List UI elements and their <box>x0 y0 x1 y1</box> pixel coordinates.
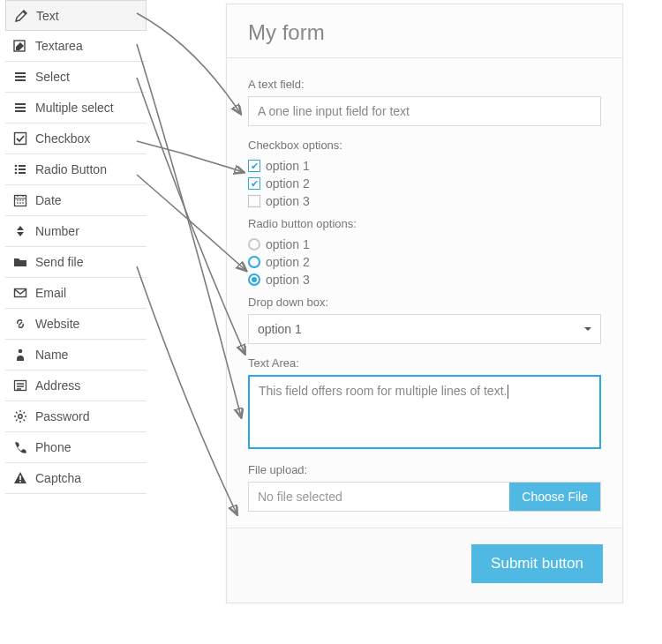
palette-item-website[interactable]: Website <box>5 309 147 340</box>
palette-label: Select <box>35 70 70 84</box>
textarea-label: Text Area: <box>248 356 601 370</box>
form-footer: Submit button <box>227 528 622 603</box>
radio-option[interactable]: option 2 <box>248 253 601 271</box>
phone-icon <box>11 440 30 454</box>
palette-item-text[interactable]: Text <box>5 0 147 31</box>
radio-label: option 2 <box>266 255 310 269</box>
dropdown-label: Drop down box: <box>248 296 601 309</box>
svg-rect-1 <box>15 133 26 145</box>
svg-point-4 <box>15 172 18 175</box>
palette-item-captcha[interactable]: Captcha <box>5 463 147 494</box>
palette-label: Checkbox <box>35 131 90 146</box>
checkbox-group-label: Checkbox options: <box>248 139 601 152</box>
envelope-icon <box>11 286 30 300</box>
text-field-label: A text field: <box>248 78 601 91</box>
radio-icon <box>248 256 260 268</box>
palette-item-date[interactable]: Date <box>5 185 147 216</box>
chevron-down-icon <box>584 327 591 331</box>
form-body: A text field: Checkbox options: option 1… <box>227 58 622 528</box>
palette-item-email[interactable]: Email <box>5 278 147 309</box>
textarea-input[interactable]: This field offers room for multiple line… <box>248 375 601 449</box>
palette-label: Address <box>35 378 80 393</box>
lines-box-icon <box>11 378 30 393</box>
palette-item-address[interactable]: Address <box>5 371 147 401</box>
palette-item-radio[interactable]: Radio Button <box>5 154 147 185</box>
svg-point-9 <box>19 415 22 418</box>
dropdown-select[interactable]: option 1 <box>248 314 601 344</box>
checkbox-option[interactable]: option 1 <box>248 157 601 175</box>
form-preview-panel: My form A text field: Checkbox options: … <box>226 4 623 603</box>
radio-group-label: Radio button options: <box>248 217 601 230</box>
radio-label: option 1 <box>266 237 310 251</box>
palette-label: Multiple select <box>35 101 114 115</box>
palette-label: Date <box>35 193 62 207</box>
textarea-value: This field offers room for multiple line… <box>259 384 507 398</box>
palette-label: Email <box>35 286 66 300</box>
radio-option[interactable]: option 1 <box>248 236 601 253</box>
palette-label: Text <box>36 9 59 23</box>
text-cursor <box>508 385 508 399</box>
palette-label: Website <box>35 317 79 331</box>
palette-item-number[interactable]: Number <box>5 216 147 247</box>
file-upload-label: File upload: <box>248 463 601 476</box>
radio-icon <box>248 238 260 251</box>
checkbox-icon <box>248 177 260 190</box>
calendar-icon <box>11 193 30 207</box>
gear-icon <box>11 409 30 423</box>
folder-icon <box>11 255 30 269</box>
file-upload-row: No file selected Choose File <box>248 482 601 512</box>
field-palette: Text Textarea Select Multiple select Che… <box>5 0 147 494</box>
checkbox-group: option 1 option 2 option 3 <box>248 157 601 210</box>
checkbox-icon <box>248 195 260 207</box>
palette-item-name[interactable]: Name <box>5 340 147 371</box>
bars-icon <box>11 70 30 84</box>
svg-point-10 <box>19 481 21 483</box>
checkbox-option[interactable]: option 2 <box>248 175 601 192</box>
edit-icon <box>11 39 30 53</box>
svg-point-2 <box>15 165 18 168</box>
check-square-icon <box>11 131 30 146</box>
palette-label: Send file <box>35 255 83 269</box>
svg-point-7 <box>19 349 23 354</box>
list-bullets-icon <box>11 162 30 176</box>
palette-item-multiselect[interactable]: Multiple select <box>5 93 147 124</box>
palette-label: Name <box>35 348 68 362</box>
palette-item-phone[interactable]: Phone <box>5 432 147 463</box>
checkbox-label: option 2 <box>266 176 310 191</box>
palette-label: Password <box>35 409 89 423</box>
palette-item-password[interactable]: Password <box>5 401 147 432</box>
form-title: My form <box>227 4 622 58</box>
radio-group: option 1 option 2 option 3 <box>248 236 601 288</box>
radio-option[interactable]: option 3 <box>248 271 601 288</box>
text-field-input[interactable] <box>248 96 601 126</box>
bars-icon <box>11 101 30 115</box>
person-icon <box>11 348 30 362</box>
palette-label: Textarea <box>35 39 83 53</box>
link-icon <box>11 317 30 331</box>
sort-icon <box>11 224 30 238</box>
choose-file-button[interactable]: Choose File <box>509 483 600 511</box>
file-placeholder: No file selected <box>249 483 509 511</box>
pencil-icon <box>11 9 31 23</box>
radio-icon <box>248 273 260 286</box>
palette-item-file[interactable]: Send file <box>5 247 147 278</box>
palette-item-checkbox[interactable]: Checkbox <box>5 124 147 154</box>
palette-item-select[interactable]: Select <box>5 62 147 93</box>
checkbox-label: option 3 <box>266 194 310 208</box>
palette-label: Phone <box>35 440 71 454</box>
checkbox-option[interactable]: option 3 <box>248 192 601 210</box>
svg-point-3 <box>15 168 18 171</box>
palette-item-textarea[interactable]: Textarea <box>5 31 147 62</box>
palette-label: Radio Button <box>35 162 107 176</box>
checkbox-icon <box>248 160 260 172</box>
checkbox-label: option 1 <box>266 159 310 173</box>
dropdown-selected-value: option 1 <box>258 322 302 336</box>
palette-label: Number <box>35 224 79 238</box>
submit-button[interactable]: Submit button <box>471 544 603 583</box>
warning-icon <box>11 471 30 485</box>
palette-label: Captcha <box>35 471 81 485</box>
radio-label: option 3 <box>266 273 310 287</box>
